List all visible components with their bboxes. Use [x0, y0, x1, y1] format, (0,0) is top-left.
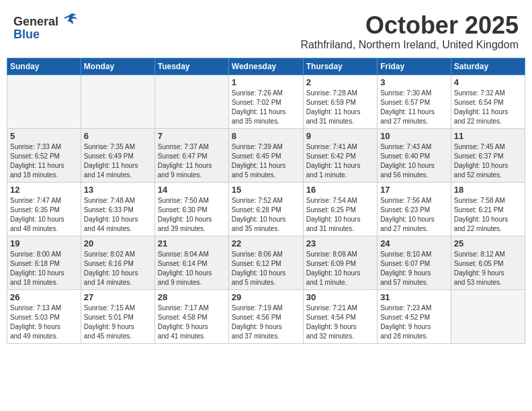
day-info: Sunrise: 7:15 AM Sunset: 5:01 PM Dayligh…: [84, 304, 152, 341]
day-info: Sunrise: 8:00 AM Sunset: 6:18 PM Dayligh…: [10, 250, 78, 287]
day-number: 11: [454, 131, 522, 141]
day-info: Sunrise: 7:45 AM Sunset: 6:37 PM Dayligh…: [454, 142, 522, 180]
calendar-cell: [451, 289, 525, 343]
day-number: 24: [380, 238, 448, 248]
day-number: 29: [232, 292, 300, 302]
th-saturday: Saturday: [451, 58, 525, 75]
calendar-cell: 14Sunrise: 7:50 AM Sunset: 6:30 PM Dayli…: [154, 182, 228, 236]
calendar-week-1: 1Sunrise: 7:26 AM Sunset: 7:02 PM Daylig…: [7, 75, 525, 128]
day-number: 15: [232, 185, 300, 195]
day-info: Sunrise: 8:02 AM Sunset: 6:16 PM Dayligh…: [84, 250, 152, 287]
logo-blue-text: Blue: [13, 28, 40, 40]
calendar-cell: 2Sunrise: 7:28 AM Sunset: 6:59 PM Daylig…: [303, 75, 377, 128]
calendar-week-4: 19Sunrise: 8:00 AM Sunset: 6:18 PM Dayli…: [7, 236, 525, 289]
day-number: 23: [306, 238, 374, 248]
day-number: 3: [380, 77, 448, 87]
calendar-cell: 29Sunrise: 7:19 AM Sunset: 4:56 PM Dayli…: [228, 289, 303, 343]
th-tuesday: Tuesday: [154, 58, 228, 75]
month-title: October 2025: [300, 12, 519, 39]
calendar-cell: 31Sunrise: 7:23 AM Sunset: 4:52 PM Dayli…: [378, 289, 451, 343]
day-info: Sunrise: 7:39 AM Sunset: 6:45 PM Dayligh…: [232, 142, 300, 180]
day-info: Sunrise: 7:43 AM Sunset: 6:40 PM Dayligh…: [380, 142, 448, 180]
header-row: Sunday Monday Tuesday Wednesday Thursday…: [7, 58, 525, 75]
calendar-cell: 24Sunrise: 8:10 AM Sunset: 6:07 PM Dayli…: [378, 236, 451, 289]
day-number: 2: [306, 77, 374, 87]
calendar-cell: [81, 75, 154, 128]
day-number: 21: [158, 238, 226, 248]
calendar-cell: [7, 75, 81, 128]
day-number: 30: [306, 292, 374, 302]
calendar-week-3: 12Sunrise: 7:47 AM Sunset: 6:35 PM Dayli…: [7, 182, 525, 236]
day-info: Sunrise: 7:52 AM Sunset: 6:28 PM Dayligh…: [232, 196, 300, 234]
th-wednesday: Wednesday: [228, 58, 303, 75]
day-number: 13: [84, 185, 152, 195]
day-info: Sunrise: 7:54 AM Sunset: 6:25 PM Dayligh…: [306, 196, 374, 234]
calendar-cell: 17Sunrise: 7:56 AM Sunset: 6:23 PM Dayli…: [378, 182, 451, 236]
day-info: Sunrise: 7:35 AM Sunset: 6:49 PM Dayligh…: [84, 142, 152, 180]
calendar-cell: 22Sunrise: 8:06 AM Sunset: 6:12 PM Dayli…: [228, 236, 303, 289]
calendar-cell: 4Sunrise: 7:32 AM Sunset: 6:54 PM Daylig…: [451, 75, 525, 128]
day-info: Sunrise: 7:26 AM Sunset: 7:02 PM Dayligh…: [232, 89, 300, 126]
day-number: 22: [232, 238, 300, 248]
day-number: 19: [10, 238, 78, 248]
calendar-cell: 3Sunrise: 7:30 AM Sunset: 6:57 PM Daylig…: [378, 75, 451, 128]
day-info: Sunrise: 8:08 AM Sunset: 6:09 PM Dayligh…: [306, 250, 374, 287]
day-number: 28: [158, 292, 226, 302]
day-info: Sunrise: 7:23 AM Sunset: 4:52 PM Dayligh…: [380, 304, 448, 341]
day-number: 5: [10, 131, 78, 141]
day-info: Sunrise: 8:06 AM Sunset: 6:12 PM Dayligh…: [232, 250, 300, 287]
day-info: Sunrise: 7:21 AM Sunset: 4:54 PM Dayligh…: [306, 304, 374, 341]
calendar-cell: 30Sunrise: 7:21 AM Sunset: 4:54 PM Dayli…: [303, 289, 377, 343]
calendar-cell: 15Sunrise: 7:52 AM Sunset: 6:28 PM Dayli…: [228, 182, 303, 236]
day-info: Sunrise: 7:50 AM Sunset: 6:30 PM Dayligh…: [158, 196, 226, 234]
location-title: Rathfriland, Northern Ireland, United Ki…: [300, 39, 519, 51]
logo-general-text: General: [13, 15, 58, 28]
day-number: 6: [84, 131, 152, 141]
calendar-cell: 16Sunrise: 7:54 AM Sunset: 6:25 PM Dayli…: [303, 182, 377, 236]
day-info: Sunrise: 7:58 AM Sunset: 6:21 PM Dayligh…: [454, 196, 522, 234]
title-area: October 2025 Rathfriland, Northern Irela…: [300, 12, 519, 51]
calendar-cell: 28Sunrise: 7:17 AM Sunset: 4:58 PM Dayli…: [154, 289, 228, 343]
day-number: 14: [158, 185, 226, 195]
calendar-cell: 10Sunrise: 7:43 AM Sunset: 6:40 PM Dayli…: [378, 128, 451, 182]
th-monday: Monday: [81, 58, 154, 75]
calendar-cell: 18Sunrise: 7:58 AM Sunset: 6:21 PM Dayli…: [451, 182, 525, 236]
calendar-cell: 26Sunrise: 7:13 AM Sunset: 5:03 PM Dayli…: [7, 289, 81, 343]
calendar-cell: 27Sunrise: 7:15 AM Sunset: 5:01 PM Dayli…: [81, 289, 154, 343]
calendar-cell: 20Sunrise: 8:02 AM Sunset: 6:16 PM Dayli…: [81, 236, 154, 289]
calendar-cell: 23Sunrise: 8:08 AM Sunset: 6:09 PM Dayli…: [303, 236, 377, 289]
day-number: 16: [306, 185, 374, 195]
calendar-cell: 11Sunrise: 7:45 AM Sunset: 6:37 PM Dayli…: [451, 128, 525, 182]
calendar-cell: 9Sunrise: 7:41 AM Sunset: 6:42 PM Daylig…: [303, 128, 377, 182]
day-info: Sunrise: 7:47 AM Sunset: 6:35 PM Dayligh…: [10, 196, 78, 234]
day-info: Sunrise: 8:10 AM Sunset: 6:07 PM Dayligh…: [380, 250, 448, 287]
calendar-cell: 19Sunrise: 8:00 AM Sunset: 6:18 PM Dayli…: [7, 236, 81, 289]
day-info: Sunrise: 7:48 AM Sunset: 6:33 PM Dayligh…: [84, 196, 152, 234]
th-thursday: Thursday: [303, 58, 377, 75]
day-number: 10: [380, 131, 448, 141]
day-number: 25: [454, 238, 522, 248]
calendar-week-2: 5Sunrise: 7:33 AM Sunset: 6:52 PM Daylig…: [7, 128, 525, 182]
day-info: Sunrise: 7:41 AM Sunset: 6:42 PM Dayligh…: [306, 142, 374, 180]
day-number: 7: [158, 131, 226, 141]
day-number: 20: [84, 238, 152, 248]
day-number: 12: [10, 185, 78, 195]
day-info: Sunrise: 8:12 AM Sunset: 6:05 PM Dayligh…: [454, 250, 522, 287]
day-number: 8: [232, 131, 300, 141]
calendar-cell: 7Sunrise: 7:37 AM Sunset: 6:47 PM Daylig…: [154, 128, 228, 182]
calendar-cell: 12Sunrise: 7:47 AM Sunset: 6:35 PM Dayli…: [7, 182, 81, 236]
calendar-cell: 5Sunrise: 7:33 AM Sunset: 6:52 PM Daylig…: [7, 128, 81, 182]
day-number: 9: [306, 131, 374, 141]
day-number: 4: [454, 77, 522, 87]
calendar-cell: 8Sunrise: 7:39 AM Sunset: 6:45 PM Daylig…: [228, 128, 303, 182]
calendar-cell: 13Sunrise: 7:48 AM Sunset: 6:33 PM Dayli…: [81, 182, 154, 236]
header: General Blue October 2025 Rathfriland, N…: [7, 7, 525, 54]
th-friday: Friday: [378, 58, 451, 75]
day-info: Sunrise: 7:33 AM Sunset: 6:52 PM Dayligh…: [10, 142, 78, 180]
day-number: 18: [454, 185, 522, 195]
day-info: Sunrise: 7:19 AM Sunset: 4:56 PM Dayligh…: [232, 304, 300, 341]
day-number: 27: [84, 292, 152, 302]
calendar-cell: 6Sunrise: 7:35 AM Sunset: 6:49 PM Daylig…: [81, 128, 154, 182]
day-info: Sunrise: 7:13 AM Sunset: 5:03 PM Dayligh…: [10, 304, 78, 341]
calendar-cell: 21Sunrise: 8:04 AM Sunset: 6:14 PM Dayli…: [154, 236, 228, 289]
